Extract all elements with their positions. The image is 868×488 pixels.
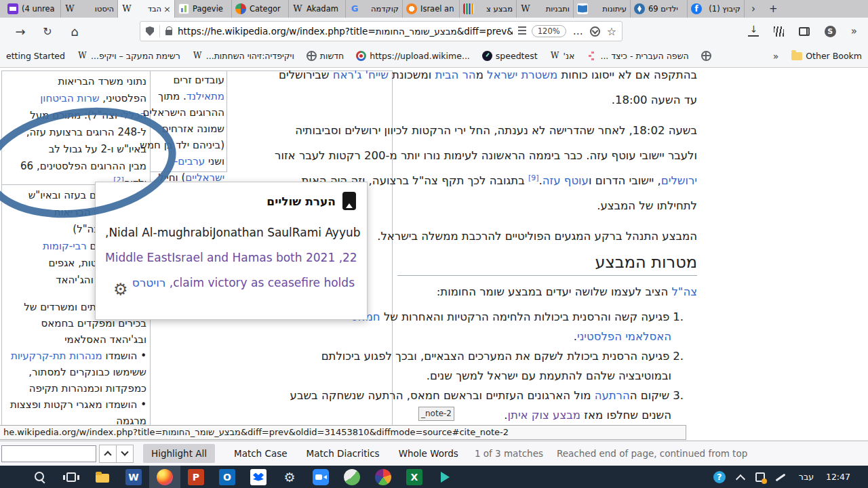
- scihub-extension-icon[interactable]: S: [825, 26, 836, 37]
- browser-tab[interactable]: Akadam: [289, 0, 346, 18]
- bookmark-item[interactable]: ויקיפדיה:זיהוי השחתות...: [193, 51, 294, 61]
- tracking-shield-icon[interactable]: [146, 26, 154, 36]
- whole-words-button[interactable]: Whole Words: [399, 448, 458, 459]
- bookmark-item[interactable]: אנ': [550, 51, 575, 61]
- downloads-icon[interactable]: [748, 26, 759, 37]
- link[interactable]: רויטרס: [132, 276, 166, 289]
- browser-tab[interactable]: 69 ילדים: [631, 0, 688, 18]
- match-case-button[interactable]: Match Case: [234, 448, 288, 459]
- folder-taskbar-button[interactable]: [87, 466, 118, 488]
- outlook-taskbar-button[interactable]: [212, 466, 243, 488]
- url-input[interactable]: [178, 26, 513, 37]
- zoom-taskbar-button[interactable]: [305, 466, 336, 488]
- bookmark-item[interactable]: etting Started: [6, 51, 65, 61]
- pinwheel-taskbar-button[interactable]: [368, 466, 399, 488]
- link[interactable]: הר הבית: [435, 68, 475, 81]
- text: פגיעה קשה והרסנית ביכולות הלחימה הרקטיות…: [380, 310, 670, 323]
- keyboard-language-indicator[interactable]: עבר: [793, 472, 819, 482]
- link[interactable]: ,claim victory as ceasefire holds: [165, 276, 355, 289]
- other-bookmarks-folder[interactable]: Other Bookm: [791, 51, 862, 61]
- bookmark-item[interactable]: speedtest: [482, 51, 538, 61]
- link[interactable]: ערבים-: [174, 155, 205, 167]
- link[interactable]: עוטף עזה: [542, 174, 589, 187]
- settings-taskbar-button[interactable]: [274, 466, 305, 488]
- match-diacritics-button[interactable]: Match Diacritics: [307, 448, 380, 459]
- clock[interactable]: 12:47: [826, 472, 850, 482]
- tray-box-tray-button[interactable]: [750, 466, 770, 488]
- text: מטרות המבצע: [595, 253, 697, 272]
- pocket-icon[interactable]: [590, 26, 600, 37]
- word-taskbar-button[interactable]: [118, 466, 149, 488]
- url-bar[interactable]: 120% …: [140, 21, 623, 41]
- find-input[interactable]: [1, 445, 96, 462]
- taskview-taskbar-button[interactable]: [56, 466, 87, 488]
- link[interactable]: [9]: [528, 174, 539, 182]
- pen-tray-button[interactable]: [770, 466, 791, 488]
- tab-overflow-icon[interactable]: ›: [751, 3, 755, 15]
- firefox-taskbar-button[interactable]: [149, 466, 180, 488]
- find-previous-button[interactable]: [99, 445, 117, 463]
- bookmark-item[interactable]: חדשות: [307, 51, 344, 61]
- browser-tab[interactable]: הבד×: [118, 0, 175, 18]
- reader-mode-icon[interactable]: [518, 26, 526, 36]
- library-icon[interactable]: [774, 26, 784, 37]
- link[interactable]: הרתעה: [595, 389, 630, 402]
- link[interactable]: שייח' ג'ראח: [333, 68, 389, 81]
- lock-icon[interactable]: [165, 30, 172, 35]
- link[interactable]: מתאילנד: [186, 90, 224, 102]
- chevron-up-tray-button[interactable]: [730, 466, 750, 488]
- teal-arrow-taskbar-button[interactable]: [430, 466, 461, 488]
- link[interactable]: מבצע צוק איתן: [508, 409, 580, 422]
- bookmark-star-icon[interactable]: [607, 25, 616, 38]
- link[interactable]: צה"ל: [671, 285, 697, 298]
- link[interactable]: האסלאמי הפלסטיני: [577, 330, 671, 343]
- browser-tab[interactable]: קיבוץ (1): [688, 0, 745, 18]
- excel-taskbar-button[interactable]: [399, 466, 430, 488]
- sidebar-icon[interactable]: [799, 27, 810, 36]
- find-next-button[interactable]: [116, 445, 134, 463]
- article-line: מטרות המבצע: [397, 249, 697, 276]
- browser-tab[interactable]: Pagevie: [175, 0, 232, 18]
- browser-tab[interactable]: מבצע צ: [460, 0, 517, 18]
- bookmark-item[interactable]: https://upload.wikime...: [356, 51, 470, 61]
- taskview-icon: [63, 469, 79, 485]
- new-tab-button[interactable]: +: [769, 3, 778, 15]
- link[interactable]: ירושלים: [661, 174, 697, 187]
- help-tray-button[interactable]: [709, 466, 730, 488]
- greenshot-taskbar-button[interactable]: [336, 466, 368, 488]
- bookmarks-overflow-icon[interactable]: »: [773, 51, 779, 62]
- browser-tab[interactable]: Categor: [232, 0, 289, 18]
- reload-icon[interactable]: [41, 24, 54, 38]
- chevron-up-icon: [734, 471, 746, 483]
- bookmark-item[interactable]: השפה העברית - כיצד ...: [587, 51, 688, 61]
- zoom-level-badge[interactable]: 120%: [532, 25, 566, 37]
- link[interactable]: שרות הביטחון: [40, 92, 99, 104]
- bookmark-item[interactable]: רשימת המעקב – ויקיפ...: [77, 51, 180, 61]
- toolbar-overflow-icon[interactable]: »: [851, 25, 857, 37]
- powerpoint-taskbar-button[interactable]: [180, 466, 212, 488]
- compass-icon: [634, 3, 645, 14]
- browser-tab[interactable]: עיתונות: [574, 0, 631, 18]
- link[interactable]: רבי-קומות: [43, 240, 87, 252]
- browser-tab[interactable]: (4 unrea: [4, 0, 61, 18]
- browser-tab[interactable]: ותבניות: [517, 0, 574, 18]
- link[interactable]: מנהרות תת-קרקעיות: [11, 350, 102, 362]
- browser-tab[interactable]: היסטו: [61, 0, 118, 18]
- link[interactable]: משטרת ישראל: [487, 68, 557, 81]
- search-taskbar-button[interactable]: [24, 466, 56, 488]
- highlight-all-button[interactable]: Highlight All: [143, 444, 215, 463]
- bookmark-label: רשימת המעקב – ויקיפ...: [91, 51, 180, 61]
- link[interactable]: Middle EastIsrael and Hamas both 2021 ,2…: [105, 251, 357, 264]
- browser-tab[interactable]: קוקדמה: [346, 0, 403, 18]
- back-icon[interactable]: [14, 24, 27, 38]
- dropbox-taskbar-button[interactable]: [243, 466, 274, 488]
- article-line: המבצע התנהל ברקע המגעים הפוליטיים להרכבת…: [397, 224, 697, 249]
- wikipedia-icon: [550, 51, 560, 61]
- home-icon[interactable]: [68, 24, 81, 38]
- close-icon[interactable]: ×: [163, 4, 171, 14]
- gear-icon[interactable]: [113, 281, 130, 298]
- browser-tab[interactable]: Israel an: [403, 0, 460, 18]
- wikipedia-icon: [520, 3, 531, 14]
- page-actions-icon[interactable]: …: [573, 25, 583, 37]
- bookmark-item[interactable]: [701, 51, 715, 61]
